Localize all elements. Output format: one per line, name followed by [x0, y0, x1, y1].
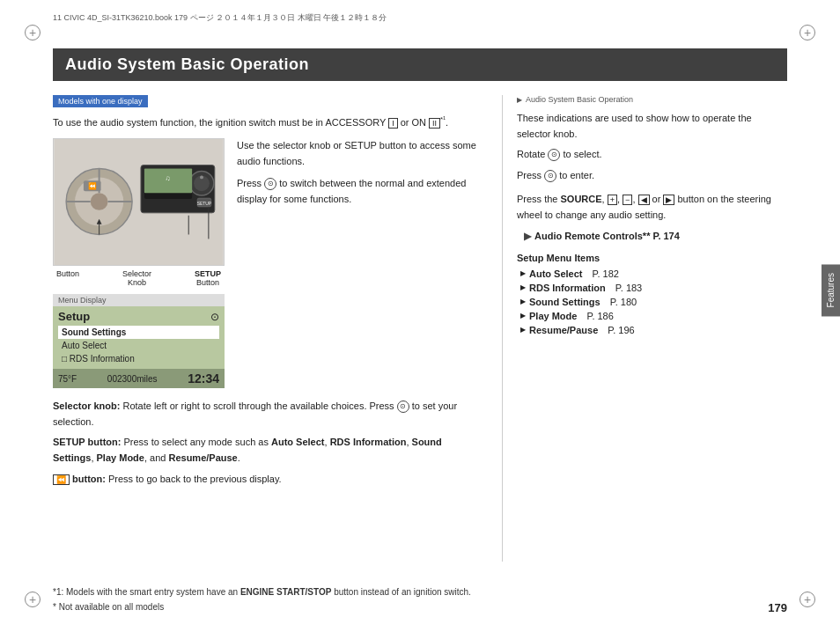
diagram-image-container: ⏪ SETUP ♫: [53, 138, 225, 388]
corner-mark-bl: [25, 592, 41, 607]
setup-status-bar: 75°F 002300miles 12:34: [53, 369, 225, 388]
status-temp: 75°F: [58, 374, 77, 384]
menu-item-resume-pause: Resume/Pause P. 196: [517, 325, 787, 335]
models-badge: Models with one display: [53, 95, 484, 114]
setup-title-row: Setup ⊙: [58, 310, 219, 323]
selector-knob-desc: Selector knob: Rotate left or right to s…: [53, 399, 484, 430]
menu-item-sound-settings: Sound Settings P. 180: [517, 297, 787, 307]
svg-point-13: [200, 176, 203, 180]
knob-icon-inline: ⊙: [264, 178, 276, 190]
footer-note2: * Not available on all models: [53, 599, 787, 614]
title-bar: Audio System Basic Operation: [53, 48, 787, 81]
diagram-labels: Button Selector Knob SETUP Button: [53, 269, 225, 287]
button-label: Button: [56, 269, 79, 278]
setup-button-desc: SETUP button: Press to select any mode s…: [53, 435, 484, 466]
svg-text:♫: ♫: [166, 174, 171, 182]
setup-screen: Setup ⊙ Sound Settings Auto Select □ RDS…: [53, 306, 225, 369]
right-col-header: Audio System Basic Operation: [517, 95, 787, 104]
content-area: Models with one display To use the audio…: [53, 95, 787, 562]
setup-menu-section: Setup Menu Items Auto Select P. 182 RDS …: [517, 253, 787, 335]
menu-item-rds: RDS Information P. 183: [517, 283, 787, 293]
footer-area: *1: Models with the smart entry system h…: [53, 584, 787, 614]
source-line: Press the SOURCE, +, −, ◀ or ▶ button on…: [517, 192, 787, 223]
menu-display-header: Menu Display: [53, 294, 225, 306]
setup-display-container: Menu Display Setup ⊙ Sound Settings Auto…: [53, 294, 225, 388]
right-col-main-text: These indications are used to show how t…: [517, 111, 787, 183]
svg-text:⏪: ⏪: [88, 181, 97, 190]
right-column: Audio System Basic Operation These indic…: [502, 95, 787, 562]
setup-button-label-top: SETUP: [195, 269, 221, 278]
intro-text: To use the audio system function, the ig…: [53, 114, 484, 129]
top-header: 11 CIVIC 4D_SI-31TK36210.book 179 ページ ２０…: [53, 12, 787, 24]
diagram-instructions: Use the selector knob or SETUP button to…: [237, 138, 484, 388]
rotate-text: Rotate ⊙ to select.: [517, 147, 787, 163]
status-odometer: 002300miles: [107, 374, 158, 384]
audio-remote-link: ▶ Audio Remote Controls** P. 174: [517, 231, 787, 242]
page-title: Audio System Basic Operation: [65, 55, 775, 74]
svg-text:SETUP: SETUP: [197, 202, 212, 206]
knob-symbol: ⊙: [210, 311, 219, 323]
svg-point-3: [91, 193, 108, 210]
left-column: Models with one display To use the audio…: [53, 95, 484, 562]
page-number: 179: [768, 601, 787, 614]
footer-notes: *1: Models with the smart entry system h…: [53, 584, 787, 614]
footer-note1: *1: Models with the smart entry system h…: [53, 584, 787, 599]
press-enter-text: Press ⊙ to enter.: [517, 168, 787, 184]
features-tab: Features: [822, 264, 840, 316]
menu-item-auto-select: Auto Select P. 182: [517, 268, 787, 279]
audio-remote-label: Audio Remote Controls** P. 174: [534, 231, 680, 241]
setup-item-auto-select: Auto Select: [58, 339, 219, 352]
arrow-icon: ▶: [524, 231, 531, 242]
corner-mark-br: [799, 592, 815, 607]
setup-menu-title: Setup Menu Items: [517, 253, 787, 263]
corner-mark-tr: [799, 25, 815, 40]
descriptions: Selector knob: Rotate left or right to s…: [53, 399, 484, 487]
setup-item-rds: □ RDS Information: [58, 352, 219, 365]
corner-mark-tl: [25, 25, 41, 40]
use-selector-text: Use the selector knob or SETUP button to…: [237, 138, 484, 169]
press-switch-text: Press ⊙ to switch between the normal and…: [237, 176, 484, 207]
right-intro: These indications are used to show how t…: [517, 111, 787, 142]
setup-item-sound-settings: Sound Settings: [58, 326, 219, 339]
status-time: 12:34: [188, 371, 219, 386]
menu-item-play-mode: Play Mode P. 186: [517, 311, 787, 321]
car-interior-diagram: ⏪ SETUP ♫: [53, 138, 225, 266]
back-button-desc: ⏪ button: Press to go back to the previo…: [53, 472, 484, 488]
selector-knob-label: Selector: [122, 269, 151, 278]
diagram-section: ⏪ SETUP ♫: [53, 138, 484, 388]
